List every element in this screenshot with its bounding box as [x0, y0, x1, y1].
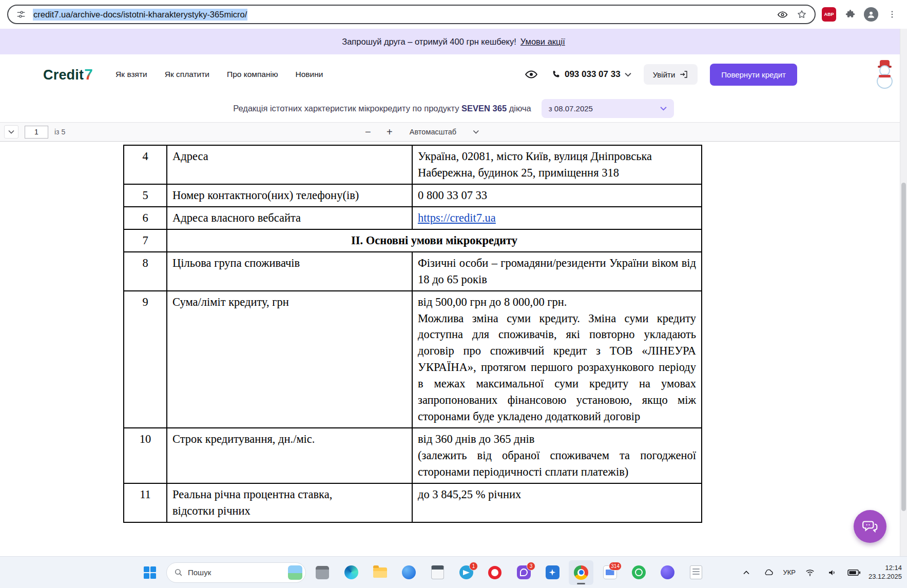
page-scrollbar[interactable]: [900, 29, 907, 556]
blue-app-icon: [402, 565, 416, 579]
pdf-zoom-controls: − + Автомасштаб: [361, 125, 484, 139]
table-row-5: 5 Номер контактного(них) телефону(ів) 0 …: [124, 184, 702, 207]
taskbar-icon-mail[interactable]: 314: [597, 560, 622, 585]
row-label: Цільова група споживачів: [167, 252, 412, 291]
folder-icon: [373, 567, 387, 578]
adblock-extension-icon[interactable]: ABP: [822, 7, 836, 22]
table-row-8: 8 Цільова група споживачів Фізичні особи…: [124, 252, 702, 291]
chevron-down-icon: [473, 130, 479, 134]
notification-badge: 3: [527, 562, 535, 571]
row-label: Реальна річна процентна ставка, відсотки…: [167, 483, 412, 522]
language-indicator[interactable]: УКР: [783, 569, 796, 576]
login-button[interactable]: Увійти: [644, 64, 698, 85]
taskbar-icon-opera[interactable]: [483, 560, 507, 585]
phone-icon: [551, 70, 561, 79]
main-nav: Як взяти Як сплатити Про компанію Новини: [115, 70, 323, 79]
notification-badge: 1: [469, 562, 478, 571]
site-settings-icon[interactable]: [13, 7, 29, 22]
scrollbar-thumb[interactable]: [901, 183, 906, 511]
screen: credit7.ua/archive-docs/istotni-kharakte…: [0, 0, 907, 588]
document-table: 4 Адреса Україна, 02081, місто Київ, вул…: [123, 145, 702, 523]
extensions-puzzle-icon[interactable]: [842, 7, 858, 22]
taskbar-icon-edge[interactable]: [339, 560, 363, 585]
start-button[interactable]: [138, 560, 162, 585]
whatsapp-icon: [632, 565, 646, 579]
caption-product: SEVEN 365: [461, 104, 507, 113]
row-number: 7: [124, 229, 167, 252]
photos-icon: [546, 565, 559, 579]
address-bar[interactable]: credit7.ua/archive-docs/istotni-kharakte…: [7, 5, 816, 24]
zoom-in-button[interactable]: +: [383, 125, 396, 139]
promo-link[interactable]: Умови акції: [520, 37, 565, 47]
accessibility-eye-icon[interactable]: [524, 67, 539, 82]
opera-icon: [488, 566, 501, 579]
taskbar-icon-blue-app[interactable]: [396, 560, 421, 585]
caption-prefix: Редакція істотних харктеристик мікрокред…: [233, 104, 459, 113]
row-number: 5: [124, 184, 167, 207]
chevron-down-icon: [660, 106, 667, 111]
section-heading: ІІ. Основні умови мікрокредиту: [167, 229, 702, 252]
chat-widget-button[interactable]: [854, 510, 886, 543]
volume-icon[interactable]: [824, 565, 840, 580]
table-row-10: 10 Строк кредитування, дн./міс. від 360 …: [124, 428, 702, 483]
phone-dropdown[interactable]: 093 033 07 33: [551, 69, 631, 80]
taskbar-icon-whatsapp[interactable]: [626, 560, 651, 585]
nav-how-to-get[interactable]: Як взяти: [115, 70, 147, 79]
website-link[interactable]: https://credit7.ua: [418, 211, 496, 224]
row-label: Адреса власного вебсайта: [167, 207, 412, 229]
logo-text: Credit: [43, 67, 84, 83]
nav-news[interactable]: Новини: [296, 70, 323, 79]
windows-taskbar: Пошук 1 3 314: [0, 556, 907, 588]
pdf-document-area: 4 Адреса Україна, 02081, місто Київ, вул…: [0, 142, 907, 556]
taskbar-search[interactable]: Пошук: [166, 562, 306, 583]
zoom-mode-select[interactable]: Автомасштаб: [404, 126, 484, 138]
preview-eye-icon[interactable]: [775, 7, 790, 22]
row-value: Україна, 02081, місто Київ, вулиця Дніпр…: [412, 145, 702, 184]
row-number: 10: [124, 428, 167, 483]
calculator-icon: [431, 565, 444, 579]
row-number: 4: [124, 145, 167, 184]
browser-menu-icon[interactable]: [884, 7, 900, 22]
taskbar-icon-messenger[interactable]: [655, 560, 680, 585]
taskbar-icon-chrome[interactable]: [569, 560, 593, 585]
zoom-mode-value: Автомасштаб: [410, 128, 456, 136]
bookmark-star-icon[interactable]: [794, 7, 809, 22]
taskbar-icon-file-explorer[interactable]: [368, 560, 392, 585]
taskbar-icon-app-window[interactable]: [310, 560, 335, 585]
notification-badge: 314: [609, 562, 622, 571]
taskbar-icon-photos[interactable]: [540, 560, 565, 585]
zoom-out-button[interactable]: −: [361, 125, 375, 139]
wifi-icon[interactable]: [802, 565, 818, 580]
row-label: Адреса: [167, 145, 412, 184]
table-row-11: 11 Реальна річна процентна ставка, відсо…: [124, 483, 702, 522]
nav-how-to-pay[interactable]: Як сплатити: [165, 70, 209, 79]
onedrive-cloud-icon[interactable]: [761, 565, 776, 580]
phone-number: 093 033 07 33: [565, 69, 621, 80]
edition-date-value: з 08.07.2025: [549, 104, 593, 113]
url-text[interactable]: credit7.ua/archive-docs/istotni-kharakte…: [33, 9, 247, 21]
taskbar-icon-telegram[interactable]: 1: [454, 560, 478, 585]
row-label: Номер контактного(них) телефону(ів): [167, 184, 412, 207]
credit7-logo[interactable]: Credit7: [43, 66, 93, 83]
table-row-4: 4 Адреса Україна, 02081, місто Київ, вул…: [124, 145, 702, 184]
taskbar-icon-calculator[interactable]: [425, 560, 450, 585]
edition-date-select[interactable]: з 08.07.2025: [542, 99, 674, 118]
taskbar-clock[interactable]: 12:14 23.12.2025: [869, 564, 902, 581]
row-value: до 3 845,25 % річних: [412, 483, 702, 522]
caption-suffix: діюча: [509, 104, 531, 113]
pdf-sidebar-toggle-icon[interactable]: [4, 125, 18, 139]
tray-chevron-up-icon[interactable]: [739, 565, 754, 580]
profile-avatar[interactable]: [864, 7, 878, 22]
pdf-page-input[interactable]: [25, 126, 48, 139]
login-arrow-icon: [679, 70, 688, 79]
weather-widget-icon[interactable]: [288, 565, 302, 580]
pdf-toolbar: із 5 − + Автомасштаб: [0, 122, 907, 142]
battery-icon[interactable]: [846, 565, 862, 580]
return-credit-button[interactable]: Повернути кредит: [710, 64, 797, 86]
taskbar-icon-notes[interactable]: [684, 560, 708, 585]
taskbar-icon-viber[interactable]: 3: [511, 560, 536, 585]
promo-text: Запрошуй друга – отримуй 400 грн кешбеку…: [342, 37, 516, 47]
notes-icon: [690, 565, 702, 579]
clock-time: 12:14: [869, 564, 902, 572]
nav-about-company[interactable]: Про компанію: [227, 70, 278, 79]
